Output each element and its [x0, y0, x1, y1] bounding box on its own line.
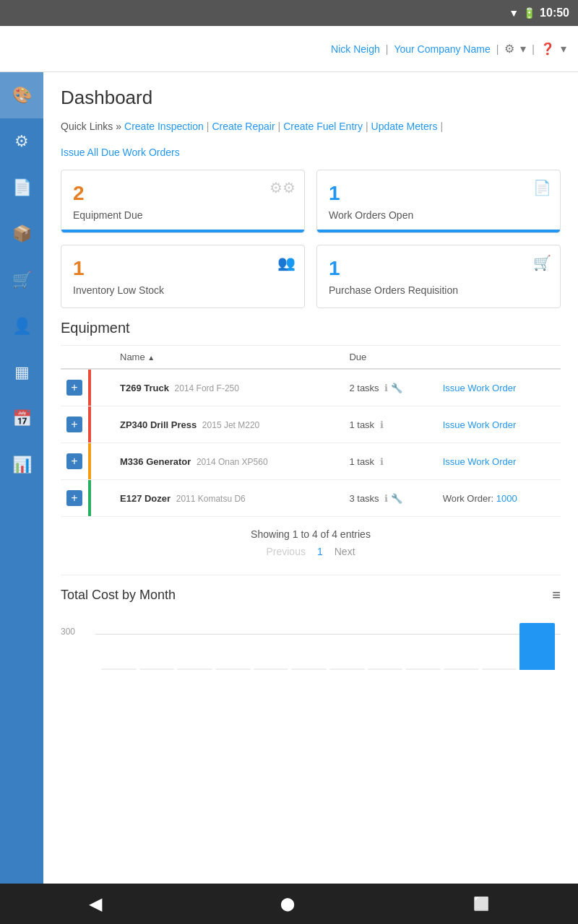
purchase-orders-card[interactable]: 1 Purchase Orders Requisition 🛒 [316, 245, 561, 308]
sidebar-item-chart[interactable]: 📊 [0, 442, 43, 488]
bottom-nav: ◀ ⬤ ⬜ [0, 884, 578, 924]
stats-row-1: 2 Equipment Due ⚙⚙ 1 Work Orders Open 📄 [61, 170, 561, 233]
status-bar-indicator [88, 370, 91, 406]
expand-cell: + [61, 369, 88, 406]
pagination-controls: Previous 1 Next [61, 546, 561, 557]
chart-bar [405, 668, 441, 670]
name-col-header[interactable]: Name ▲ [114, 346, 343, 369]
expand-button[interactable]: + [66, 417, 82, 432]
sidebar-item-grid[interactable]: ▦ [0, 349, 43, 396]
chart-bar [482, 668, 517, 670]
home-button[interactable]: ⬤ [280, 896, 295, 912]
equipment-name: T269 Truck [120, 383, 169, 393]
inventory-low-stock-icon: 👥 [277, 254, 296, 271]
app-layout: 🎨 ⚙ 📄 📦 🛒 👤 ▦ 📅 📊 Dashboard Quick Links … [0, 72, 578, 884]
wrench-icon[interactable]: 🔧 [391, 493, 402, 504]
tasks-count: 1 task [349, 419, 374, 430]
next-button[interactable]: Next [335, 546, 355, 557]
sep2: | [496, 43, 499, 55]
status-time: 10:50 [540, 6, 569, 19]
chart-title: Total Cost by Month [61, 588, 176, 603]
table-row: + T269 Truck 2014 Ford F-250 2 tasks ℹ🔧 … [61, 369, 561, 406]
dropdown-icon[interactable]: ▾ [520, 42, 526, 56]
sidebar-item-palette[interactable]: 🎨 [0, 72, 43, 118]
due-cell: 2 tasks ℹ🔧 [343, 369, 436, 406]
action-col-header [437, 346, 561, 369]
main-content: Dashboard Quick Links » Create Inspectio… [43, 72, 578, 884]
equipment-due-label: Equipment Due [73, 209, 293, 221]
equipment-due-card[interactable]: 2 Equipment Due ⚙⚙ [61, 170, 305, 233]
name-cell: ZP340 Drill Press 2015 Jet M220 [114, 406, 343, 443]
gear-icon[interactable]: ⚙ [504, 42, 514, 56]
chart-bar [444, 668, 479, 670]
sidebar-item-layers[interactable]: 📦 [0, 211, 43, 257]
chart-bar [139, 668, 175, 670]
wrench-icon[interactable]: 🔧 [391, 383, 402, 393]
sidebar-item-cart[interactable]: 🛒 [0, 257, 43, 303]
user-name[interactable]: Nick Neigh [331, 43, 380, 55]
issue-work-order-link[interactable]: Issue Work Order [443, 456, 517, 467]
chart-menu-icon[interactable]: ≡ [552, 587, 561, 603]
pagination: Showing 1 to 4 of 4 entries Previous 1 N… [61, 517, 561, 569]
purchase-orders-icon: 🛒 [533, 254, 551, 271]
bar-cell [88, 480, 114, 517]
issue-all-work-orders-link[interactable]: Issue All Due Work Orders [61, 147, 561, 158]
chart-bar [215, 668, 251, 670]
expand-button[interactable]: + [66, 380, 82, 396]
inventory-low-stock-card[interactable]: 1 Inventory Low Stock 👥 [61, 245, 305, 308]
info-icon[interactable]: ℹ [380, 419, 384, 430]
sidebar-item-person[interactable]: 👤 [0, 303, 43, 349]
chart-area: 300 [61, 612, 561, 670]
info-icon[interactable]: ℹ [384, 383, 388, 393]
create-inspection-link[interactable]: Create Inspection [124, 121, 204, 132]
create-repair-link[interactable]: Create Repair [212, 121, 275, 132]
equipment-model: 2015 Jet M220 [202, 420, 259, 430]
help-icon[interactable]: ❓ [540, 42, 555, 56]
due-cell: 3 tasks ℹ🔧 [343, 480, 436, 517]
issue-work-order-link[interactable]: Issue Work Order [443, 419, 517, 430]
tasks-count: 2 tasks [349, 383, 379, 393]
info-icon[interactable]: ℹ [380, 456, 384, 467]
status-bar-indicator [88, 480, 91, 516]
chart-bar [368, 668, 403, 670]
back-button[interactable]: ◀ [89, 894, 102, 914]
name-sort-arrow: ▲ [147, 354, 155, 362]
sidebar-item-settings[interactable]: ⚙ [0, 118, 43, 165]
chart-bar [101, 668, 137, 670]
info-icon[interactable]: ℹ [384, 493, 388, 504]
update-meters-link[interactable]: Update Meters [371, 121, 438, 132]
wifi-icon: ▼ [509, 7, 519, 19]
stats-row-2: 1 Inventory Low Stock 👥 1 Purchase Order… [61, 245, 561, 308]
expand-button[interactable]: + [66, 490, 82, 506]
equipment-model: 2014 Ford F-250 [175, 383, 239, 393]
sidebar-item-document[interactable]: 📄 [0, 165, 43, 211]
create-fuel-entry-link[interactable]: Create Fuel Entry [283, 121, 363, 132]
pagination-info: Showing 1 to 4 of 4 entries [61, 528, 561, 540]
chart-section: Total Cost by Month ≡ 300 [61, 575, 561, 670]
expand-button[interactable]: + [66, 453, 82, 469]
due-col-header: Due [343, 346, 436, 369]
company-name[interactable]: Your Company Name [394, 43, 490, 55]
quick-links-label: Quick Links » [61, 121, 121, 132]
name-cell: M336 Generator 2014 Onan XP560 [114, 443, 343, 480]
equipment-section-title: Equipment [61, 320, 561, 336]
equipment-due-number: 2 [73, 182, 293, 205]
inventory-low-stock-number: 1 [73, 257, 293, 280]
issue-work-order-link[interactable]: Issue Work Order [443, 383, 517, 393]
work-orders-open-card[interactable]: 1 Work Orders Open 📄 [316, 170, 561, 233]
expand-cell: + [61, 406, 88, 443]
recent-apps-button[interactable]: ⬜ [473, 896, 489, 912]
equipment-table-wrapper: Name ▲ Due + T269 Truck 2014 Ford F-250 [61, 345, 561, 517]
sidebar-item-calendar[interactable]: 📅 [0, 396, 43, 442]
previous-button[interactable]: Previous [266, 546, 305, 557]
bar-cell [88, 406, 114, 443]
chart-bar [177, 668, 212, 670]
work-orders-open-bar [317, 230, 560, 232]
chart-y-label: 300 [61, 627, 75, 637]
page-number[interactable]: 1 [317, 546, 323, 557]
chart-header: Total Cost by Month ≡ [61, 587, 561, 603]
name-cell: T269 Truck 2014 Ford F-250 [114, 369, 343, 406]
help-dropdown-icon[interactable]: ▾ [561, 42, 566, 56]
status-bar: ▼ 🔋 10:50 [0, 0, 578, 26]
equipment-table: Name ▲ Due + T269 Truck 2014 Ford F-250 [61, 346, 561, 517]
